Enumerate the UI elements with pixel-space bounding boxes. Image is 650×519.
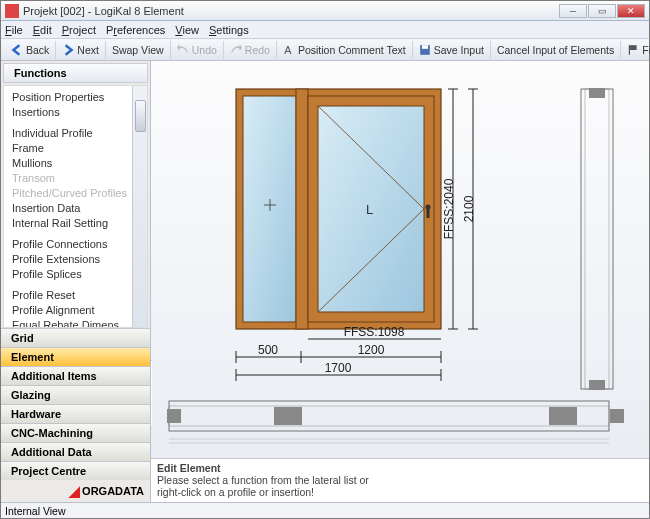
accordion-hardware[interactable]: Hardware: [1, 404, 150, 423]
function-item[interactable]: Profile Extensions: [12, 251, 132, 266]
functions-list: Position PropertiesInsertionsIndividual …: [3, 85, 148, 328]
hint-panel: Edit Element Please select a function fr…: [151, 458, 649, 502]
window-title: Projekt [002] - LogiKal 8 Element: [23, 5, 184, 17]
svg-text:2100: 2100: [462, 195, 476, 222]
svg-rect-45: [610, 409, 624, 423]
next-icon: [62, 44, 74, 56]
svg-rect-40: [169, 401, 609, 431]
save-input-button[interactable]: Save Input: [413, 41, 491, 59]
function-item[interactable]: Profile Connections: [12, 236, 132, 251]
svg-text:FFSS:1098: FFSS:1098: [344, 325, 405, 339]
text-icon: A: [283, 44, 295, 56]
cancel-input-button[interactable]: Cancel Input of Elements: [491, 41, 621, 59]
svg-rect-43: [274, 407, 302, 425]
accordion-additional-items[interactable]: Additional Items: [1, 366, 150, 385]
svg-text:500: 500: [258, 343, 278, 357]
status-text: Internal View: [5, 505, 66, 517]
back-button[interactable]: Back: [5, 41, 56, 59]
statusbar: Internal View: [1, 502, 649, 518]
menubar: File Edit Project Preferences View Setti…: [1, 21, 649, 39]
function-item[interactable]: Insertion Data: [12, 200, 132, 215]
svg-rect-12: [427, 207, 430, 218]
function-item[interactable]: Profile Splices: [12, 266, 132, 281]
menu-preferences[interactable]: Preferences: [106, 24, 165, 36]
menu-project[interactable]: Project: [62, 24, 96, 36]
menu-edit[interactable]: Edit: [33, 24, 52, 36]
redo-button[interactable]: Redo: [224, 41, 277, 59]
titlebar: Projekt [002] - LogiKal 8 Element ─ ▭ ✕: [1, 1, 649, 21]
menu-file[interactable]: File: [5, 24, 23, 36]
drawing-viewport[interactable]: LogiKal 8: [151, 61, 649, 458]
svg-text:1700: 1700: [325, 361, 352, 375]
redo-icon: [230, 44, 242, 56]
svg-rect-38: [589, 88, 605, 98]
function-item[interactable]: Profile Reset: [12, 287, 132, 302]
accordion-grid[interactable]: Grid: [1, 328, 150, 347]
maximize-button[interactable]: ▭: [588, 4, 616, 18]
sidebar: Functions Position PropertiesInsertionsI…: [1, 61, 151, 502]
function-item: Pitched/Curved Profiles: [12, 185, 132, 200]
svg-rect-39: [589, 380, 605, 390]
next-button[interactable]: Next: [56, 41, 106, 59]
svg-rect-37: [585, 89, 609, 389]
undo-icon: [177, 44, 189, 56]
function-item[interactable]: Profile Alignment: [12, 302, 132, 317]
accordion-project-centre[interactable]: Project Centre: [1, 461, 150, 480]
undo-button[interactable]: Undo: [171, 41, 224, 59]
svg-text:A: A: [284, 44, 292, 56]
swap-view-button[interactable]: Swap View: [106, 41, 171, 59]
toolbar: Back Next Swap View Undo Redo APosition …: [1, 39, 649, 61]
accordion-additional-data[interactable]: Additional Data: [1, 442, 150, 461]
scrollbar[interactable]: [132, 86, 147, 327]
accordion-element[interactable]: Element: [1, 347, 150, 366]
function-item[interactable]: Mullions: [12, 155, 132, 170]
function-item: Transom: [12, 170, 132, 185]
svg-rect-2: [422, 45, 428, 49]
hint-line2: right-click on a profile or insertion!: [157, 486, 314, 498]
pos-comment-button[interactable]: APosition Comment Text: [277, 41, 413, 59]
svg-rect-42: [167, 409, 181, 423]
accordion-cnc-machining[interactable]: CNC-Machining: [1, 423, 150, 442]
svg-rect-7: [296, 89, 308, 329]
function-item[interactable]: Insertions: [12, 104, 132, 119]
svg-text:1200: 1200: [358, 343, 385, 357]
hint-title: Edit Element: [157, 462, 221, 474]
back-icon: [11, 44, 23, 56]
finish-button[interactable]: Finish Position: [621, 41, 650, 59]
svg-text:FFSS:2040: FFSS:2040: [442, 178, 456, 239]
svg-rect-36: [581, 89, 613, 389]
function-item[interactable]: Internal Rail Setting: [12, 215, 132, 230]
function-item[interactable]: Position Properties: [12, 89, 132, 104]
menu-view[interactable]: View: [175, 24, 199, 36]
brand: ◢ORGADATA: [1, 480, 150, 502]
function-item[interactable]: Frame: [12, 140, 132, 155]
save-icon: [419, 44, 431, 56]
hint-line1: Please select a function from the latera…: [157, 474, 369, 486]
functions-header: Functions: [3, 63, 148, 83]
minimize-button[interactable]: ─: [559, 4, 587, 18]
function-item[interactable]: Individual Profile: [12, 125, 132, 140]
accordion-glazing[interactable]: Glazing: [1, 385, 150, 404]
menu-settings[interactable]: Settings: [209, 24, 249, 36]
close-button[interactable]: ✕: [617, 4, 645, 18]
app-icon: [5, 4, 19, 18]
element-drawing: L FFSS:1098 500 1200: [151, 61, 649, 455]
svg-text:L: L: [366, 202, 373, 217]
finish-icon: [627, 44, 639, 56]
svg-rect-44: [549, 407, 577, 425]
svg-rect-3: [630, 45, 637, 50]
svg-rect-41: [169, 406, 609, 426]
function-item[interactable]: Equal Rebate Dimension in Width: [12, 317, 132, 328]
